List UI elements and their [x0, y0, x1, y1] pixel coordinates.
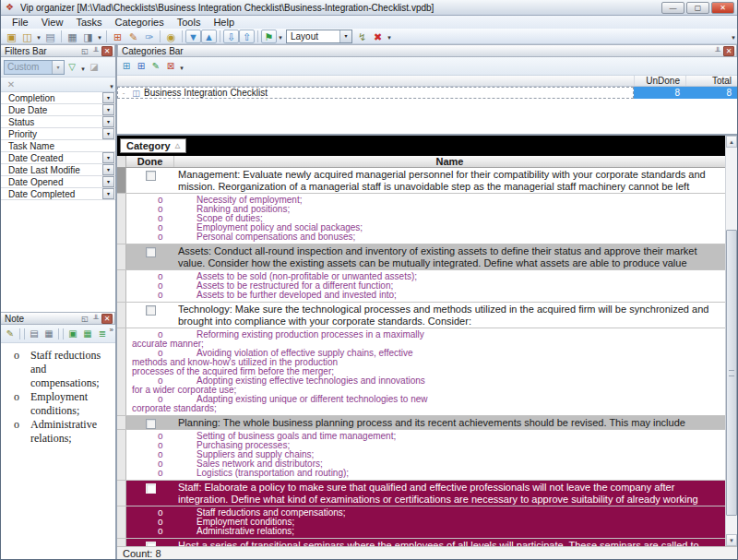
note-pin-icon[interactable]: ╨ [90, 314, 101, 324]
edit-category-icon[interactable]: ✎ [149, 59, 163, 73]
clear-filter-icon[interactable]: ✕ [4, 77, 18, 91]
task-row[interactable]: Host a series of transitional seminars w… [117, 539, 725, 546]
scroll-down-icon[interactable]: ▼ [726, 534, 737, 546]
menu-file[interactable]: File [6, 16, 35, 29]
print-overflow-caret[interactable]: ▾ [96, 30, 103, 42]
task-row[interactable]: Staff: Elaborate a policy to make sure t… [117, 481, 725, 506]
vertical-scrollbar[interactable]: ▲ ▼ [725, 136, 737, 546]
chevron-down-icon[interactable]: ▾ [102, 128, 114, 139]
filters-close-icon[interactable]: ✕ [101, 46, 113, 56]
new-task-icon[interactable]: ⊞ [110, 30, 125, 43]
undone-column-header[interactable]: UnDone [634, 76, 685, 86]
task-checkbox[interactable] [146, 247, 156, 257]
chevron-down-icon[interactable]: ▾ [52, 61, 64, 74]
task-row[interactable]: Technology: Make sure the technological … [117, 303, 725, 328]
note-overflow-icon[interactable]: » [110, 326, 113, 334]
menu-help[interactable]: Help [207, 16, 241, 29]
page-icon[interactable]: ▤ [27, 327, 42, 340]
categories-overflow-caret[interactable]: ▾ [178, 61, 185, 72]
categories-pin-icon[interactable]: ╨ [712, 46, 723, 56]
task-notes-row[interactable]: oSetting of business goals and time mana… [117, 430, 725, 481]
task-row[interactable]: Planning: The whole business planning pr… [117, 416, 725, 430]
task-checkbox[interactable] [146, 305, 156, 316]
category-tree-row[interactable]: ‐ ◫ Business Integration Checklist 8 8 [117, 87, 737, 99]
chevron-down-icon[interactable]: ▾ [339, 30, 351, 42]
chevron-down-icon[interactable]: ▾ [102, 92, 114, 103]
filter-preset-combobox[interactable]: Custom ▾ [4, 60, 65, 75]
layout-combobox[interactable]: Layout▾ [286, 30, 352, 43]
open-database-icon[interactable]: ◫ [19, 30, 35, 43]
save-database-icon[interactable]: ▤ [42, 30, 58, 43]
task-notes-row[interactable]: oReforming existing production processes… [117, 328, 725, 416]
chevron-down-icon[interactable]: ▾ [102, 104, 114, 115]
move-up-icon[interactable]: ▲ [201, 30, 217, 43]
group-by-category-button[interactable]: Category △ [120, 138, 186, 153]
new-subcategory-icon[interactable]: ⊞ [134, 59, 149, 73]
task-notes-row[interactable]: oNecessity of employment;oRanking and po… [117, 194, 725, 244]
task-row[interactable]: Management: Evaluate newly acquired mana… [117, 168, 725, 194]
scrollbar-thumb[interactable] [726, 230, 737, 516]
move-down-icon[interactable]: ▼ [185, 30, 201, 43]
complete-task-icon[interactable]: ✑ [141, 30, 157, 43]
close-button[interactable]: ✕ [711, 2, 734, 14]
edit-task-icon[interactable]: ✎ [125, 30, 141, 43]
tree-expand-icon[interactable]: ‐ [117, 89, 130, 97]
filter-row-due-date[interactable]: Due Date▾ [1, 104, 115, 116]
filter-row-date-last-modifie[interactable]: Date Last Modifie▾ [1, 164, 115, 176]
toolbar-overflow-caret[interactable]: ▾ [730, 30, 737, 42]
filters-pin-icon[interactable]: ╨ [90, 46, 101, 56]
note-content[interactable]: oStaff reductions and compensations;oEmp… [1, 343, 115, 559]
chevron-down-icon[interactable]: ▾ [102, 188, 114, 199]
done-column-header[interactable]: Done [126, 156, 174, 167]
menu-view[interactable]: View [35, 16, 70, 29]
task-notes-row[interactable]: oAssets to be sold (non-profitable or un… [117, 270, 725, 303]
apply-filter-icon[interactable]: ▽ [65, 60, 79, 74]
task-notes-row[interactable]: oStaff reductions and compensations;oEmp… [117, 506, 725, 539]
note-position-icon[interactable]: ◱ [79, 314, 90, 324]
task-checkbox[interactable] [146, 419, 156, 429]
go-flag-icon[interactable]: ⚑ [261, 30, 277, 43]
new-database-icon[interactable]: ▣ [4, 30, 19, 43]
print-note-icon[interactable]: ▦ [42, 327, 56, 340]
menu-tasks[interactable]: Tasks [69, 16, 108, 29]
customize-layout-icon[interactable]: ↯ [354, 30, 370, 43]
collapse-all-icon[interactable]: ⇧ [239, 30, 255, 43]
delete-layout-icon[interactable]: ✖ [370, 30, 386, 43]
filter-row-priority[interactable]: Priority▾ [1, 128, 115, 140]
minimize-button[interactable]: — [661, 2, 684, 14]
show-completed-icon[interactable]: ◉ [163, 30, 179, 43]
task-checkbox[interactable] [146, 542, 156, 546]
filters-overflow-caret[interactable]: ▾ [108, 79, 115, 90]
eraser-icon[interactable]: ◪ [87, 60, 101, 74]
new-category-icon[interactable]: ⊞ [119, 59, 134, 73]
open-database-dropdown[interactable]: ▾ [35, 30, 42, 42]
delete-category-icon[interactable]: ⊠ [163, 59, 178, 73]
total-column-header[interactable]: Total [685, 76, 737, 86]
maximize-button[interactable]: ▢ [686, 2, 709, 14]
task-checkbox[interactable] [146, 483, 156, 494]
bullet-list-icon[interactable]: ≣ [95, 327, 110, 340]
task-checkbox[interactable] [146, 171, 156, 181]
edit-note-icon[interactable]: ✎ [3, 327, 18, 340]
name-column-header[interactable]: Name [174, 156, 725, 167]
task-row[interactable]: Assets: Conduct all-round inspection and… [117, 244, 725, 270]
filter-row-task-name[interactable]: Task Name [1, 140, 115, 152]
filters-position-icon[interactable]: ◱ [79, 46, 90, 56]
menu-tools[interactable]: Tools [171, 16, 208, 29]
print-preview-icon[interactable]: ◨ [80, 30, 96, 43]
insert-image-icon[interactable]: ▣ [65, 327, 80, 340]
filter-row-date-opened[interactable]: Date Opened▾ [1, 176, 115, 188]
menu-categories[interactable]: Categories [109, 16, 171, 29]
flag-overflow-caret[interactable]: ▾ [277, 30, 284, 42]
note-close-icon[interactable]: ✕ [101, 314, 113, 324]
expand-all-icon[interactable]: ⇩ [223, 30, 239, 43]
filter-row-completion[interactable]: Completion▾ [1, 92, 115, 104]
layout-overflow-caret[interactable]: ▾ [386, 30, 393, 42]
chevron-down-icon[interactable]: ▾ [102, 116, 114, 127]
chevron-down-icon[interactable]: ▾ [102, 176, 114, 187]
filter-row-date-completed[interactable]: Date Completed▾ [1, 188, 115, 200]
filter-row-date-created[interactable]: Date Created▾ [1, 152, 115, 164]
scroll-up-icon[interactable]: ▲ [726, 136, 737, 148]
insert-table-icon[interactable]: ▦ [80, 327, 95, 340]
print-icon[interactable]: ▦ [65, 30, 80, 43]
